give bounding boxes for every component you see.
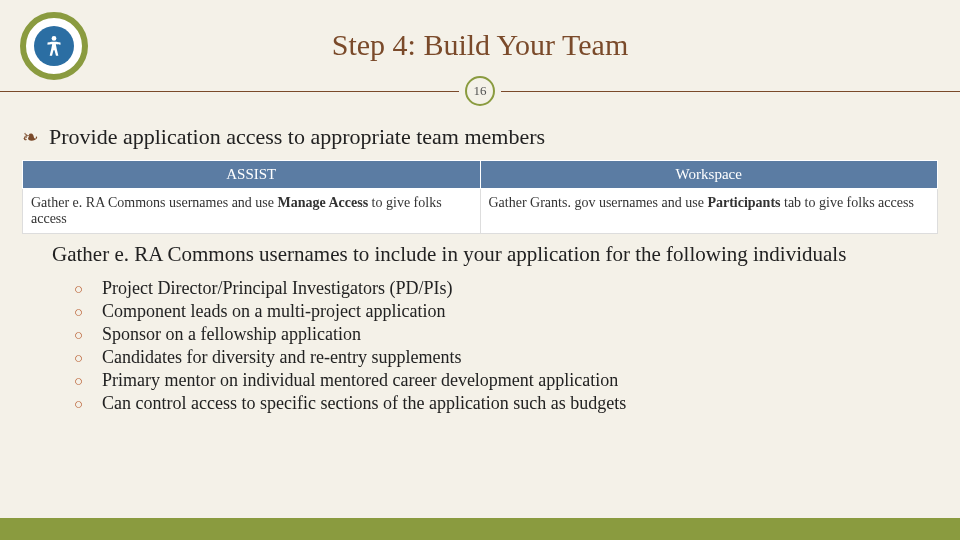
- person-icon: [34, 26, 74, 66]
- list-item: Primary mentor on individual mentored ca…: [74, 369, 938, 392]
- accessibility-icon: [20, 12, 88, 80]
- svg-point-0: [52, 36, 57, 41]
- table-header-assist: ASSIST: [23, 161, 481, 189]
- divider: 16: [0, 76, 960, 106]
- table-cell-workspace: Gather Grants. gov usernames and use Par…: [480, 189, 938, 234]
- main-bullet: Provide application access to appropriat…: [22, 124, 938, 150]
- list-item: Project Director/Principal Investigators…: [74, 277, 938, 300]
- page-number-badge: 16: [465, 76, 495, 106]
- list-item: Can control access to specific sections …: [74, 392, 938, 415]
- table-cell-assist: Gather e. RA Commons usernames and use M…: [23, 189, 481, 234]
- comparison-table: ASSIST Workspace Gather e. RA Commons us…: [22, 160, 938, 234]
- footer-bar: [0, 518, 960, 540]
- table-row: Gather e. RA Commons usernames and use M…: [23, 189, 938, 234]
- slide-title: Step 4: Build Your Team: [0, 0, 960, 62]
- sub-heading: Gather e. RA Commons usernames to includ…: [52, 242, 938, 267]
- list-item: Sponsor on a fellowship application: [74, 323, 938, 346]
- roles-list: Project Director/Principal Investigators…: [74, 277, 938, 415]
- table-header-workspace: Workspace: [480, 161, 938, 189]
- list-item: Component leads on a multi-project appli…: [74, 300, 938, 323]
- list-item: Candidates for diversity and re-entry su…: [74, 346, 938, 369]
